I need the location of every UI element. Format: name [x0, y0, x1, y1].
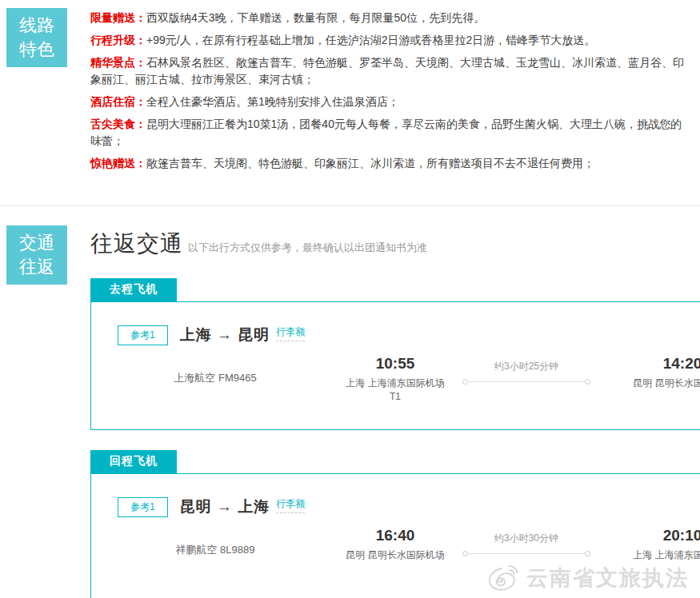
- watermark-text: 云南省文旅执法: [526, 564, 689, 592]
- feature-item: 舌尖美食：昆明大理丽江正餐为10菜1汤，团餐40元每人每餐，享尽云南的美食，品野…: [90, 116, 684, 150]
- feature-label: 行程升级：: [90, 34, 146, 46]
- feature-label: 惊艳赠送：: [90, 157, 146, 169]
- departure-time: 16:40: [346, 527, 445, 544]
- outbound-flight-card: 参考1 上海 → 昆明 行李额 上海航空 FM9465 10:55 上海 上海浦…: [90, 301, 700, 430]
- reference-badge: 参考1: [118, 497, 168, 517]
- return-ref-row: 参考1 昆明 → 上海 行李额: [91, 474, 700, 517]
- transport-heading: 往返交通 以下出行方式仅供参考，最终确认以出团通知书为准: [90, 229, 700, 259]
- feature-item: 精华景点：石林风景名胜区、敞篷吉普车、特色游艇、罗荃半岛、天境阁、大理古城、玉龙…: [90, 54, 684, 88]
- outbound-ref-row: 参考1 上海 → 昆明 行李额: [91, 302, 700, 345]
- reference-badge: 参考1: [118, 325, 168, 345]
- outbound-arrival: 14:20 昆明 昆明长水国际机场: [614, 355, 700, 390]
- route-features-list: 限量赠送：西双版纳4天3晚，下单赠送，数量有限，每月限量50位，先到先得。 行程…: [90, 8, 684, 205]
- route-features-tag: 线路 特色: [6, 8, 67, 67]
- transport-title: 往返交通: [90, 229, 183, 259]
- route-features-tag-line2: 特色: [6, 38, 67, 62]
- route-features-tag-line1: 线路: [6, 14, 67, 38]
- feature-text: 敞篷吉普车、天境阁、特色游艇、印象丽江、冰川索道，所有赠送项目不去不退任何费用；: [146, 157, 594, 169]
- baggage-allowance-link[interactable]: 行李额: [276, 497, 305, 513]
- departure-airport: 上海 上海浦东国际机场: [346, 377, 445, 390]
- return-departure: 16:40 昆明 昆明长水国际机场: [346, 527, 445, 562]
- return-duration: 约3小时30分钟: [464, 527, 589, 554]
- arrival-time: 20:10: [614, 527, 700, 544]
- feature-item: 酒店住宿：全程入住豪华酒店。第1晚特别安排入住温泉酒店；: [90, 94, 684, 110]
- feature-item: 限量赠送：西双版纳4天3晚，下单赠送，数量有限，每月限量50位，先到先得。: [90, 10, 684, 26]
- outbound-duration: 约3小时25分钟: [464, 355, 589, 382]
- duration-label: 约3小时30分钟: [464, 532, 589, 545]
- outbound-detail-row: 上海航空 FM9465 10:55 上海 上海浦东国际机场 T1 约3小时25分…: [91, 355, 700, 404]
- feature-label: 限量赠送：: [90, 11, 146, 24]
- feature-text: 西双版纳4天3晚，下单赠送，数量有限，每月限量50位，先到先得。: [146, 11, 485, 24]
- baggage-allowance-link[interactable]: 行李额: [276, 325, 305, 341]
- duration-line: [464, 381, 589, 382]
- outbound-departure: 10:55 上海 上海浦东国际机场 T1: [346, 355, 445, 404]
- feature-label: 精华景点：: [90, 56, 146, 69]
- arrival-time: 14:20: [614, 355, 700, 373]
- transport-subtitle: 以下出行方式仅供参考，最终确认以出团通知书为准: [188, 241, 427, 259]
- transport-section: 交通 往返 往返交通 以下出行方式仅供参考，最终确认以出团通知书为准 去程飞机 …: [0, 206, 700, 598]
- departure-terminal: T1: [346, 390, 445, 404]
- return-route: 昆明 → 上海: [180, 496, 270, 517]
- feature-label: 酒店住宿：: [90, 95, 146, 108]
- outbound-flight-block: 去程飞机 参考1 上海 → 昆明 行李额 上海航空 FM9465 10:55 上…: [90, 278, 700, 430]
- transport-content: 往返交通 以下出行方式仅供参考，最终确认以出团通知书为准 去程飞机 参考1 上海…: [90, 225, 700, 598]
- feature-text: 全程入住豪华酒店。第1晚特别安排入住温泉酒店；: [146, 95, 399, 108]
- weibo-icon: [486, 560, 522, 596]
- feature-text: 石林风景名胜区、敞篷吉普车、特色游艇、罗荃半岛、天境阁、大理古城、玉龙雪山、冰川…: [90, 56, 684, 86]
- transport-tag: 交通 往返: [6, 225, 67, 285]
- tab-outbound-flight: 去程飞机: [90, 278, 177, 301]
- arrival-airport: 昆明 昆明长水国际机场: [614, 377, 700, 390]
- return-airline: 祥鹏航空 8L9889: [123, 543, 307, 557]
- feature-text: +99元/人，在原有行程基础上增加，任选泸沽湖2日游或香格里拉2日游，错峰季节大…: [146, 34, 595, 46]
- feature-text: 昆明大理丽江正餐为10菜1汤，团餐40元每人每餐，享尽云南的美食，品野生菌火锅、…: [90, 118, 682, 147]
- departure-airport: 昆明 昆明长水国际机场: [346, 548, 445, 562]
- feature-item: 惊艳赠送：敞篷吉普车、天境阁、特色游艇、印象丽江、冰川索道，所有赠送项目不去不退…: [90, 155, 684, 172]
- outbound-route: 上海 → 昆明: [180, 325, 270, 345]
- duration-label: 约3小时25分钟: [464, 360, 589, 373]
- feature-label: 舌尖美食：: [90, 118, 146, 130]
- return-arrival: 20:10 上海 上海浦东国际机场: [614, 527, 700, 562]
- return-detail-row: 祥鹏航空 8L9889 16:40 昆明 昆明长水国际机场 约3小时30分钟 2…: [91, 527, 700, 562]
- departure-time: 10:55: [346, 355, 445, 373]
- feature-item: 行程升级：+99元/人，在原有行程基础上增加，任选泸沽湖2日游或香格里拉2日游，…: [90, 32, 684, 49]
- duration-line: [464, 553, 589, 554]
- outbound-airline: 上海航空 FM9465: [123, 371, 307, 385]
- transport-tag-line2: 往返: [6, 255, 67, 279]
- tab-return-flight: 回程飞机: [90, 450, 177, 473]
- watermark: 云南省文旅执法: [486, 560, 689, 596]
- travel-detail-page: 线路 特色 限量赠送：西双版纳4天3晚，下单赠送，数量有限，每月限量50位，先到…: [0, 0, 700, 598]
- route-features-section: 线路 特色 限量赠送：西双版纳4天3晚，下单赠送，数量有限，每月限量50位，先到…: [0, 0, 700, 206]
- transport-tag-line1: 交通: [6, 231, 67, 255]
